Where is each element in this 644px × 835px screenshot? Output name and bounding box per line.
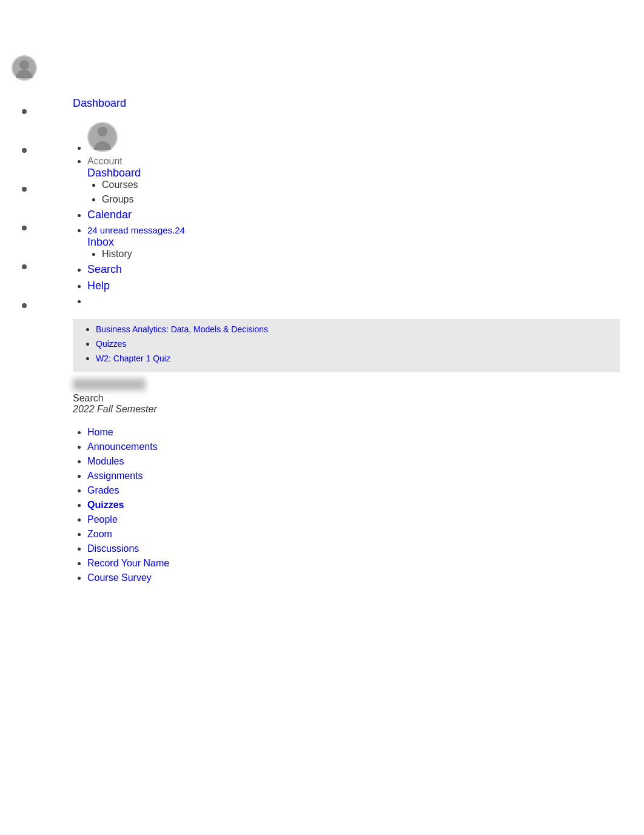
account-label: Account: [87, 156, 620, 167]
breadcrumb-quiz: W2: Chapter 1 Quiz: [96, 353, 268, 364]
dashboard-link[interactable]: Dashboard: [87, 167, 141, 179]
inbox-list-item: 24 unread messages.24 Inbox History: [87, 225, 620, 260]
courses-item: Courses: [102, 179, 620, 190]
search-list-item: Search: [87, 263, 620, 276]
history-label: History: [102, 249, 132, 259]
course-nav-home: Home: [87, 427, 620, 438]
nav-icon-4: [22, 187, 27, 192]
unread-messages-link[interactable]: 24 unread messages.24: [87, 225, 185, 235]
page-container: Dashboard Account Dashboard Courses Grou…: [0, 0, 644, 660]
assignments-link[interactable]: Assignments: [87, 471, 143, 481]
nav-dot-6[interactable]: [0, 247, 49, 286]
avatar-silhouette: [13, 56, 36, 79]
avatar-nav-item[interactable]: [0, 49, 49, 87]
left-sidebar: [0, 36, 49, 325]
user-avatar[interactable]: [12, 55, 37, 81]
courses-label: Courses: [102, 179, 138, 190]
course-nav-zoom: Zoom: [87, 529, 620, 540]
course-nav-survey: Course Survey: [87, 572, 620, 583]
account-list-item: Account Dashboard Courses Groups: [87, 156, 620, 205]
blurred-content: [73, 378, 146, 391]
help-list-item: Help: [87, 280, 620, 292]
course-semester: 2022 Fall Semester: [73, 404, 620, 415]
discussions-link[interactable]: Discussions: [87, 543, 139, 554]
record-name-link[interactable]: Record Your Name: [87, 558, 169, 568]
course-nav-quizzes: Quizzes: [87, 500, 620, 511]
avatar-list-item: [87, 122, 620, 152]
breadcrumb-course-link[interactable]: Business Analytics: Data, Models & Decis…: [96, 324, 268, 334]
help-link[interactable]: Help: [87, 280, 110, 292]
inbox-link[interactable]: Inbox: [87, 236, 114, 248]
inbox-sub-list: History: [87, 249, 620, 260]
search-label: Search: [73, 393, 620, 404]
calendar-link[interactable]: Calendar: [87, 209, 132, 221]
nav-dot-7[interactable]: [0, 286, 49, 325]
course-nav-record-name: Record Your Name: [87, 558, 620, 569]
quizzes-link[interactable]: Quizzes: [87, 500, 124, 510]
top-nav-list: Account Dashboard Courses Groups Calenda…: [73, 122, 620, 307]
extra-dot-item: [87, 296, 620, 307]
zoom-link[interactable]: Zoom: [87, 529, 112, 539]
course-navigation: Home Announcements Modules Assignments G…: [73, 427, 620, 583]
main-content: Dashboard Account Dashboard Courses Grou…: [49, 49, 644, 611]
nav-icon-3: [22, 148, 27, 153]
avatar-silhouette-large: [89, 123, 116, 151]
course-nav-announcements: Announcements: [87, 441, 620, 452]
account-sub-list: Courses Groups: [87, 179, 620, 205]
nav-icon-5: [22, 226, 27, 230]
breadcrumb-quizzes: Quizzes: [96, 338, 268, 349]
avatar-large[interactable]: [87, 122, 118, 152]
calendar-list-item: Calendar: [87, 209, 620, 221]
course-nav-list: Home Announcements Modules Assignments G…: [73, 427, 620, 583]
modules-link[interactable]: Modules: [87, 456, 124, 466]
groups-item: Groups: [102, 194, 620, 205]
search-link[interactable]: Search: [87, 263, 122, 275]
course-nav-modules: Modules: [87, 456, 620, 467]
course-survey-link[interactable]: Course Survey: [87, 572, 152, 583]
breadcrumb-course: Business Analytics: Data, Models & Decis…: [96, 324, 268, 335]
breadcrumb-quizzes-link[interactable]: Quizzes: [96, 339, 127, 349]
course-nav-discussions: Discussions: [87, 543, 620, 554]
breadcrumb-container: Business Analytics: Data, Models & Decis…: [73, 319, 620, 372]
breadcrumb-quiz-link[interactable]: W2: Chapter 1 Quiz: [96, 354, 170, 363]
announcements-link[interactable]: Announcements: [87, 441, 158, 452]
nav-icon-7: [22, 303, 27, 308]
top-dashboard-link[interactable]: Dashboard: [73, 97, 620, 110]
people-link[interactable]: People: [87, 514, 118, 525]
nav-icon-6: [22, 264, 27, 269]
home-link[interactable]: Home: [87, 427, 113, 437]
search-section: Search 2022 Fall Semester: [73, 378, 620, 415]
breadcrumb-list: Business Analytics: Data, Models & Decis…: [81, 324, 268, 367]
nav-dot-5[interactable]: [0, 209, 49, 247]
groups-label: Groups: [102, 194, 133, 204]
nav-icon-2: [22, 109, 27, 114]
grades-link[interactable]: Grades: [87, 485, 119, 495]
course-nav-grades: Grades: [87, 485, 620, 496]
course-nav-people: People: [87, 514, 620, 525]
nav-dot-2[interactable]: [0, 92, 49, 131]
history-item: History: [102, 249, 620, 260]
nav-dot-4[interactable]: [0, 170, 49, 209]
course-nav-assignments: Assignments: [87, 471, 620, 481]
nav-dot-3[interactable]: [0, 131, 49, 170]
